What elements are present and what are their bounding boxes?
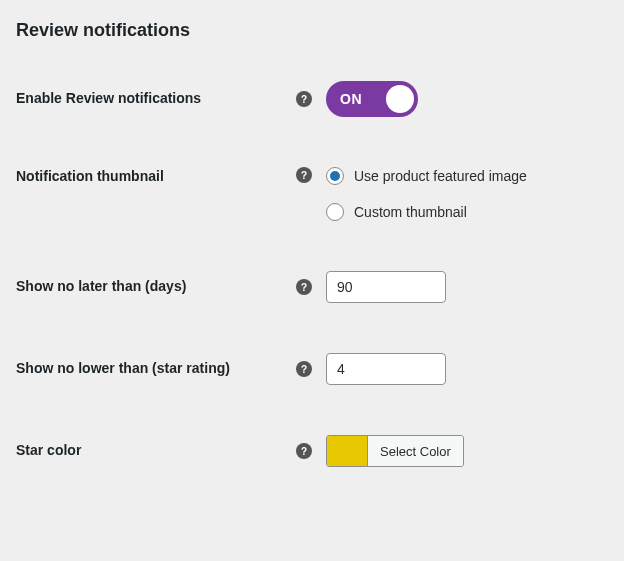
radio-label-custom: Custom thumbnail [354, 204, 467, 220]
radio-featured-image[interactable] [326, 167, 344, 185]
row-enable-notifications: Enable Review notifications ? ON [16, 81, 608, 117]
row-star-color: Star color ? Select Color [16, 435, 608, 467]
row-days: Show no later than (days) ? [16, 271, 608, 303]
row-thumbnail: Notification thumbnail ? Use product fea… [16, 167, 608, 221]
radio-row-featured[interactable]: Use product featured image [326, 167, 527, 185]
help-icon[interactable]: ? [296, 91, 312, 107]
label-rating: Show no lower than (star rating) [16, 359, 296, 379]
control-days [326, 271, 446, 303]
radio-row-custom[interactable]: Custom thumbnail [326, 203, 467, 221]
input-days[interactable] [326, 271, 446, 303]
label-thumbnail: Notification thumbnail [16, 167, 296, 187]
help-icon[interactable]: ? [296, 361, 312, 377]
control-star-color: Select Color [326, 435, 464, 467]
select-color-button: Select Color [367, 436, 463, 466]
radio-label-featured: Use product featured image [354, 168, 527, 184]
radio-custom-thumbnail[interactable] [326, 203, 344, 221]
help-icon[interactable]: ? [296, 443, 312, 459]
control-rating [326, 353, 446, 385]
color-picker[interactable]: Select Color [326, 435, 464, 467]
row-rating: Show no lower than (star rating) ? [16, 353, 608, 385]
label-days: Show no later than (days) [16, 277, 296, 297]
section-title: Review notifications [16, 20, 608, 41]
toggle-enable-notifications[interactable]: ON [326, 81, 418, 117]
label-star-color: Star color [16, 441, 296, 461]
toggle-state-label: ON [340, 91, 362, 107]
control-thumbnail: Use product featured image Custom thumbn… [326, 167, 527, 221]
color-swatch [327, 436, 367, 466]
label-enable-notifications: Enable Review notifications [16, 89, 296, 109]
control-enable-notifications: ON [326, 81, 418, 117]
toggle-thumb [386, 85, 414, 113]
input-rating[interactable] [326, 353, 446, 385]
help-icon[interactable]: ? [296, 279, 312, 295]
help-icon[interactable]: ? [296, 167, 312, 183]
